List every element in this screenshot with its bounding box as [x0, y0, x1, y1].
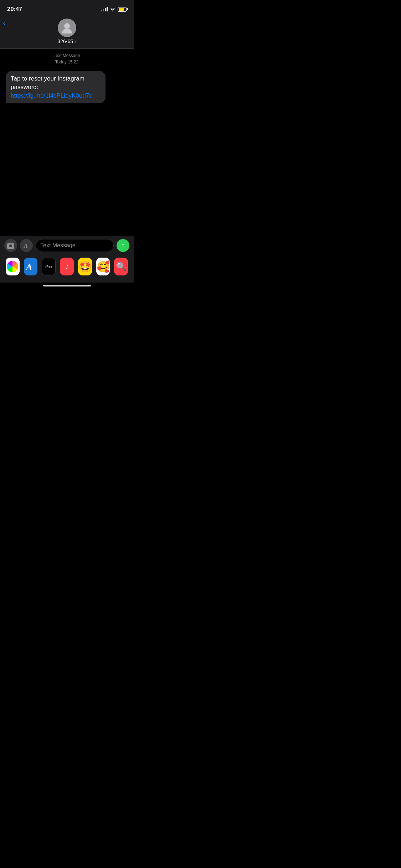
camera-button[interactable] [4, 239, 17, 252]
status-bar: 20:47 [0, 0, 134, 16]
dock-app-memoji1[interactable]: 🤩 [78, 258, 92, 275]
text-input[interactable]: Text Message [40, 242, 76, 249]
dock-app-applepay[interactable]: Pay [42, 258, 56, 275]
contact-info[interactable]: 326-65 › [57, 38, 76, 44]
appstore-icon: A [22, 242, 30, 249]
dock-app-music[interactable]: ♪ [60, 258, 74, 275]
music-icon: ♪ [65, 262, 69, 272]
message-source-label: Text Message [53, 53, 80, 58]
home-bar[interactable] [43, 285, 91, 286]
message-bubble: Tap to reset your Instagram password: ht… [6, 71, 106, 103]
memoji2-icon: 🥰 [97, 260, 110, 273]
text-input-container[interactable]: Text Message [36, 239, 114, 252]
photos-icon [7, 261, 18, 272]
timestamp-group: Text Message Today 15:22 [6, 53, 128, 68]
apps-button[interactable]: A [20, 239, 33, 252]
memoji1-icon: 🤩 [78, 260, 92, 273]
svg-text:A: A [25, 262, 32, 272]
dock-app-search[interactable]: 🔍 [114, 258, 128, 275]
contact-avatar [58, 19, 76, 37]
nav-header: ‹ 326-65 › [0, 16, 134, 49]
home-indicator [0, 283, 134, 289]
send-button[interactable]: ↑ [117, 239, 129, 252]
message-timestamp: Today 15:22 [55, 60, 78, 64]
input-area: A Text Message ↑ [0, 236, 134, 255]
message-text: Tap to reset your Instagram password: ht… [11, 75, 93, 99]
status-time: 20:47 [7, 6, 22, 13]
message-link[interactable]: https://ig.me/1l4cPLieyK0ud7d [11, 92, 93, 99]
dock-app-memoji2[interactable]: 🥰 [96, 258, 110, 275]
wifi-icon [110, 7, 115, 11]
battery-icon [118, 7, 127, 12]
applepay-icon: Pay [45, 265, 52, 269]
appstore-dock-icon: A [25, 261, 36, 272]
messages-area: Text Message Today 15:22 Tap to reset yo… [0, 49, 134, 236]
back-button[interactable]: ‹ [3, 19, 5, 28]
send-icon: ↑ [122, 242, 125, 249]
contact-number: 326-65 [57, 38, 73, 44]
status-icons [101, 7, 127, 12]
signal-icon [101, 7, 108, 11]
svg-point-0 [64, 23, 70, 29]
screen: 20:47 ‹ [0, 0, 134, 289]
contact-chevron-icon: › [74, 38, 76, 44]
message-prefix: Tap to reset your Instagram password: [11, 75, 84, 91]
dock-app-photos[interactable] [6, 258, 20, 275]
dock-app-appstore[interactable]: A [24, 258, 38, 275]
back-chevron-icon: ‹ [3, 19, 5, 28]
person-icon [61, 21, 73, 34]
search-dock-icon: 🔍 [116, 262, 127, 272]
app-dock: A Pay ♪ 🤩 🥰 🔍 [0, 255, 134, 283]
svg-text:A: A [24, 243, 28, 249]
camera-icon [7, 242, 14, 249]
